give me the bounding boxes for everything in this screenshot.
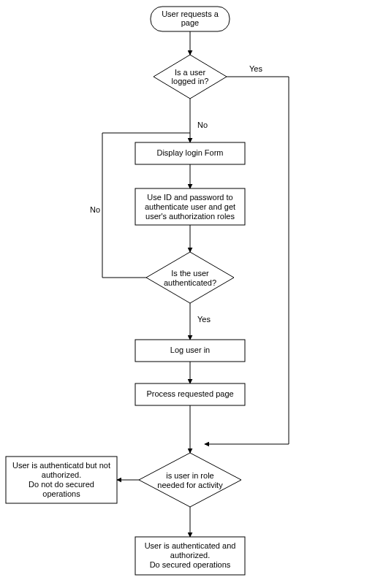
node-display-login-form-text: Display login Form xyxy=(156,148,223,157)
node-not-authorized-line1: User is authenticatd but not xyxy=(12,461,110,470)
node-authenticate-line2: authenticate user and get xyxy=(145,202,235,211)
label-logged-yes: Yes xyxy=(249,64,262,73)
node-authorized-line2: authorized. xyxy=(170,551,210,560)
node-authorized-line1: User is authenticated and xyxy=(145,541,236,550)
node-authenticate-line1: Use ID and password to xyxy=(147,193,232,202)
node-process-page-text: Process requested page xyxy=(146,389,233,398)
node-not-authorized-line2: authorized. xyxy=(42,470,81,479)
node-decision-logged-line2: logged in? xyxy=(172,77,209,85)
label-authok-yes: Yes xyxy=(197,315,211,324)
node-not-authorized-line3: Do not do secured xyxy=(29,480,94,489)
node-decision-authok-line2: authenticated? xyxy=(164,278,216,287)
node-decision-role-line1: is user in role xyxy=(166,471,213,480)
node-start-line1: User requests a xyxy=(162,9,219,18)
node-decision-authok-line1: Is the user xyxy=(171,269,209,278)
node-not-authorized-line4: operations xyxy=(42,489,80,498)
node-start-line2: page xyxy=(181,18,199,27)
node-authorized-line3: Do secured operations xyxy=(150,560,231,569)
node-decision-role-line2: needed for activity xyxy=(157,481,223,489)
label-logged-no: No xyxy=(197,121,208,129)
node-decision-logged-line1: Is a user xyxy=(175,68,206,77)
label-authok-no: No xyxy=(90,205,100,214)
node-authenticate-line3: user's authorization roles xyxy=(145,212,235,221)
node-log-user-in-text: Log user in xyxy=(170,345,210,354)
